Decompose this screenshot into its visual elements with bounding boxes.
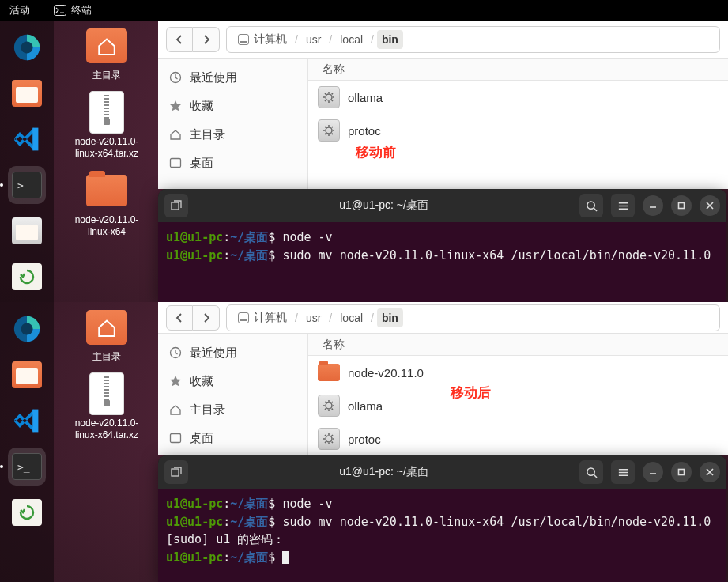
- forward-button[interactable]: [193, 27, 220, 52]
- minimize-icon: [648, 201, 658, 210]
- search-icon: [586, 467, 598, 478]
- chevron-left-icon: [175, 313, 184, 323]
- path-computer[interactable]: 计算机: [233, 308, 292, 328]
- path-bin[interactable]: bin: [377, 308, 403, 327]
- chevron-right-icon: [202, 313, 211, 323]
- column-header-name[interactable]: 名称: [308, 334, 728, 356]
- new-tab-button[interactable]: [164, 194, 188, 217]
- file-row[interactable]: protoc: [308, 114, 728, 147]
- path-bar[interactable]: 计算机 / usr / local / bin: [226, 304, 720, 331]
- active-app-indicator[interactable]: 终端: [54, 3, 92, 17]
- file-name: node-v20.11.0: [348, 366, 424, 380]
- desktop-home-label: 主目录: [92, 351, 121, 364]
- desktop-folder-label: node-v20.11.0-linux-x64: [67, 214, 146, 239]
- svg-point-6: [326, 94, 332, 100]
- file-row[interactable]: protoc: [308, 422, 728, 455]
- fm-toolbar: 计算机 / usr / local / bin: [158, 21, 728, 59]
- hamburger-menu-button[interactable]: [611, 194, 635, 217]
- new-tab-icon: [170, 466, 183, 478]
- desktop-archive[interactable]: node-v20.11.0-linux-x64.tar.xz: [67, 93, 146, 161]
- path-computer[interactable]: 计算机: [233, 29, 292, 50]
- clock-icon: [169, 346, 182, 359]
- sidebar-recent[interactable]: 最近使用: [158, 338, 307, 367]
- home-folder-icon: [86, 310, 127, 345]
- terminal-titlebar: u1@u1-pc: ~/桌面: [158, 189, 726, 222]
- close-icon: [705, 201, 715, 210]
- close-button[interactable]: [700, 462, 720, 482]
- terminal-title: u1@u1-pc: ~/桌面: [188, 198, 579, 213]
- clock-icon: [169, 71, 182, 84]
- close-button[interactable]: [700, 195, 720, 216]
- maximize-button[interactable]: [671, 462, 692, 482]
- path-local[interactable]: local: [335, 308, 368, 327]
- path-sep: /: [327, 33, 334, 46]
- search-button[interactable]: [579, 194, 603, 217]
- fm-content: 名称 ollama protoc 移动前: [308, 59, 728, 189]
- terminal-body[interactable]: u1@u1-pc:~/桌面$ node -v u1@u1-pc:~/桌面$ su…: [158, 222, 726, 302]
- annotation-after: 移动后: [451, 384, 491, 402]
- desktop-icons: 主目录 node-v20.11.0-linux-x64.tar.xz node-…: [63, 27, 150, 239]
- back-button[interactable]: [166, 27, 193, 52]
- file-row[interactable]: ollama: [308, 389, 728, 422]
- file-row[interactable]: node-v20.11.0: [308, 356, 728, 389]
- file-manager-window: 计算机 / usr / local / bin 最近使用 收藏 主目录 桌面 名…: [158, 21, 728, 189]
- column-header-name[interactable]: 名称: [308, 59, 728, 81]
- desktop-home[interactable]: 主目录: [67, 27, 146, 82]
- new-tab-button[interactable]: [164, 460, 188, 484]
- search-button[interactable]: [579, 460, 603, 484]
- forward-button[interactable]: [193, 305, 220, 331]
- desktop-home[interactable]: 主目录: [67, 308, 146, 364]
- search-icon: [586, 200, 598, 212]
- desktop-folder-node[interactable]: node-v20.11.0-linux-x64: [67, 172, 146, 239]
- sidebar-recent[interactable]: 最近使用: [158, 63, 307, 92]
- chevron-left-icon: [175, 35, 184, 44]
- desktop-icon: [169, 157, 182, 169]
- fm-sidebar: 最近使用 收藏 主目录 桌面: [158, 334, 308, 455]
- file-name: ollama: [348, 91, 383, 104]
- minimize-button[interactable]: [643, 462, 663, 482]
- sidebar-desktop[interactable]: 桌面: [158, 424, 307, 452]
- executable-icon: [318, 86, 340, 108]
- hamburger-icon: [617, 200, 629, 212]
- sidebar-desktop[interactable]: 桌面: [158, 149, 307, 177]
- hamburger-menu-button[interactable]: [611, 460, 635, 484]
- desktop-archive[interactable]: node-v20.11.0-linux-x64.tar.xz: [67, 375, 146, 442]
- close-icon: [705, 467, 715, 477]
- minimize-icon: [648, 467, 658, 477]
- path-bar[interactable]: 计算机 / usr / local / bin: [226, 26, 720, 53]
- svg-point-19: [587, 467, 594, 474]
- sidebar-home[interactable]: 主目录: [158, 120, 307, 149]
- star-icon: [169, 375, 182, 387]
- maximize-icon: [677, 201, 686, 210]
- path-usr[interactable]: usr: [301, 30, 326, 49]
- svg-point-9: [587, 201, 594, 208]
- active-app-label: 终端: [71, 3, 92, 17]
- path-sep: /: [293, 33, 300, 46]
- path-local[interactable]: local: [335, 30, 368, 49]
- sidebar-home[interactable]: 主目录: [158, 395, 307, 424]
- folder-icon: [86, 175, 127, 206]
- svg-point-16: [326, 402, 332, 409]
- maximize-button[interactable]: [671, 195, 692, 216]
- fm-content: 名称 node-v20.11.0 ollama protoc 移动后: [308, 334, 728, 455]
- maximize-icon: [677, 467, 686, 477]
- terminal-body[interactable]: u1@u1-pc:~/桌面$ node -v u1@u1-pc:~/桌面$ su…: [158, 489, 726, 582]
- desktop-archive-label: node-v20.11.0-linux-x64.tar.xz: [67, 136, 146, 161]
- minimize-button[interactable]: [643, 195, 663, 216]
- svg-rect-8: [172, 202, 179, 210]
- activities-button[interactable]: 活动: [9, 3, 30, 17]
- terminal-titlebar: u1@u1-pc: ~/桌面: [158, 455, 726, 489]
- svg-point-17: [326, 436, 332, 442]
- executable-icon: [318, 395, 340, 417]
- sidebar-starred[interactable]: 收藏: [158, 92, 307, 120]
- file-name: ollama: [348, 399, 383, 413]
- desktop-icon: [169, 432, 182, 444]
- svg-rect-20: [679, 470, 685, 475]
- path-usr[interactable]: usr: [301, 308, 326, 327]
- path-bin[interactable]: bin: [377, 30, 403, 49]
- file-row[interactable]: ollama: [308, 81, 728, 114]
- back-button[interactable]: [166, 305, 193, 331]
- disk-icon: [238, 34, 249, 45]
- sidebar-starred[interactable]: 收藏: [158, 367, 307, 395]
- terminal-window: u1@u1-pc: ~/桌面 u1@u1-pc:~/桌面$ node -v u1…: [158, 455, 726, 582]
